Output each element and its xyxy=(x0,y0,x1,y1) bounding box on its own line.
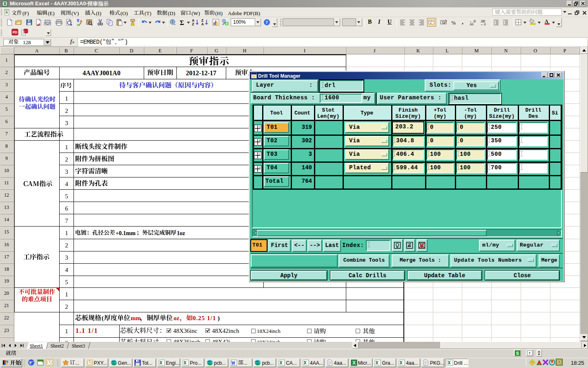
svg-text:C: C xyxy=(259,153,261,155)
svg-text:A: A xyxy=(259,126,261,128)
svg-text:?: ? xyxy=(529,351,531,355)
svg-text:PD: PD xyxy=(13,30,18,34)
svg-text:,: , xyxy=(462,19,463,25)
svg-text:?: ? xyxy=(265,20,268,25)
svg-text:→.0: →.0 xyxy=(480,22,486,26)
svg-text:A: A xyxy=(80,19,82,23)
svg-text:A: A xyxy=(201,22,204,26)
svg-text:Z: Z xyxy=(192,22,194,26)
svg-text:A: A xyxy=(545,18,548,24)
svg-text:.00: .00 xyxy=(469,22,473,26)
svg-text:B: B xyxy=(259,139,261,142)
svg-text:%: % xyxy=(451,20,456,26)
svg-text:S: S xyxy=(516,351,519,356)
svg-text:e: e xyxy=(29,360,32,366)
svg-text:D: D xyxy=(259,166,261,169)
svg-text:Σ: Σ xyxy=(180,19,184,26)
